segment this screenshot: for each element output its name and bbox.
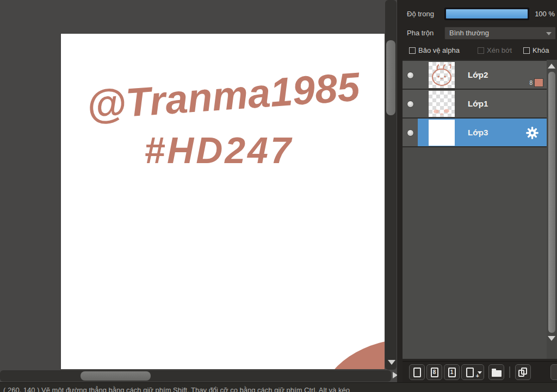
layer-name: Lớp3 <box>468 128 488 137</box>
checkbox-icon <box>478 47 484 54</box>
layer-color-swatch <box>534 78 543 87</box>
canvas-workspace: @Tranma1985 #HD247 <box>0 0 397 382</box>
signature-line2: #HD247 <box>144 129 293 171</box>
layer-visibility-icon[interactable] <box>407 101 414 108</box>
chevron-down-icon <box>478 371 482 374</box>
folder-icon <box>492 370 502 377</box>
layer-name: Lớp1 <box>468 99 488 108</box>
new-layer-button[interactable] <box>409 364 425 380</box>
opacity-slider-fill <box>446 9 528 18</box>
chevron-down-icon <box>546 32 552 35</box>
layer-row-lop3-selected[interactable]: Lớp3 <box>403 119 547 147</box>
lock-checkbox[interactable]: Khóa <box>523 46 549 54</box>
opacity-label: Độ trong <box>407 10 434 18</box>
layer-list: Lớp2 8 Lớp1 <box>403 60 547 359</box>
checkbox-icon <box>409 47 416 54</box>
protect-alpha-checkbox[interactable]: Bảo vệ alpha <box>409 46 460 54</box>
blend-mode-value: Bình thường <box>449 29 489 37</box>
canvas-vertical-scrollbar-thumb[interactable] <box>386 40 395 115</box>
clipped-toolbar-button[interactable] <box>550 364 557 380</box>
status-hint-text: ( 260, 140 ) Vẽ một đường thẳng bằng các… <box>3 386 350 392</box>
layer-list-scrollbar[interactable] <box>547 60 557 359</box>
opacity-slider[interactable] <box>444 8 529 20</box>
duplicate-layer-button[interactable] <box>515 364 531 380</box>
layer-row-lop2[interactable]: Lớp2 8 <box>403 61 547 90</box>
new-layer-icon <box>413 368 421 377</box>
layer-list-scrollbar-thumb[interactable] <box>548 72 555 333</box>
canvas-vertical-scrollbar[interactable] <box>385 0 397 370</box>
paint-app-window: @Tranma1985 #HD247 Độ trong 100 % Pha tr… <box>0 0 557 392</box>
add-layer-menu-button[interactable]: + <box>461 364 484 380</box>
blend-mode-label: Pha trộn <box>407 29 434 37</box>
checkbox-icon <box>523 47 530 54</box>
signature-line1: @Tranma1985 <box>85 64 362 128</box>
layer-thumbnail <box>429 62 455 88</box>
new-1bit-layer-button[interactable]: 1 <box>444 364 460 380</box>
blend-mode-dropdown[interactable]: Bình thường <box>444 27 556 40</box>
scroll-down-arrow-icon[interactable] <box>388 360 395 365</box>
layer-visibility-icon[interactable] <box>407 72 414 79</box>
layer-option-checkboxes: Bảo vệ alpha Xén bớt Khóa <box>403 46 557 57</box>
drawing-canvas[interactable]: @Tranma1985 #HD247 <box>61 34 385 369</box>
layer-name: Lớp2 <box>468 70 488 79</box>
scroll-up-arrow-icon[interactable] <box>548 64 555 69</box>
clipping-checkbox: Xén bớt <box>478 46 512 54</box>
duplicate-layer-icon <box>518 367 529 378</box>
signature-artwork: @Tranma1985 #HD247 <box>61 34 385 369</box>
plus-icon: + <box>476 374 479 378</box>
opacity-value: 100 % <box>535 10 555 18</box>
canvas-horizontal-scrollbar[interactable] <box>0 370 391 382</box>
layers-panel: Độ trong 100 % Pha trộn Bình thường Bảo … <box>403 0 557 382</box>
new-folder-button[interactable] <box>488 364 504 380</box>
toolbar-separator <box>509 366 510 378</box>
scroll-right-arrow-icon[interactable] <box>393 372 397 378</box>
scroll-down-arrow-icon[interactable] <box>548 336 555 341</box>
layer-bit-badge: 8 <box>529 80 533 86</box>
lock-label: Khóa <box>533 46 549 54</box>
layer-toolbar: 8 1 + <box>403 361 557 382</box>
8bit-layer-icon: 8 <box>431 368 438 377</box>
layer-row-lop1[interactable]: Lớp1 <box>403 90 547 119</box>
new-8bit-layer-button[interactable]: 8 <box>426 364 442 380</box>
layer-visibility-icon[interactable] <box>407 129 414 136</box>
1bit-layer-icon: 1 <box>448 368 456 377</box>
layer-settings-gear-icon[interactable] <box>525 126 539 140</box>
clipping-label: Xén bớt <box>487 46 512 54</box>
layer-thumbnail <box>429 120 455 146</box>
protect-alpha-label: Bảo vệ alpha <box>418 46 460 54</box>
canvas-horizontal-scrollbar-thumb[interactable] <box>81 371 151 381</box>
layer-thumbnail <box>429 91 455 117</box>
status-bar: ( 260, 140 ) Vẽ một đường thẳng bằng các… <box>0 382 557 392</box>
add-layer-icon <box>466 368 474 377</box>
